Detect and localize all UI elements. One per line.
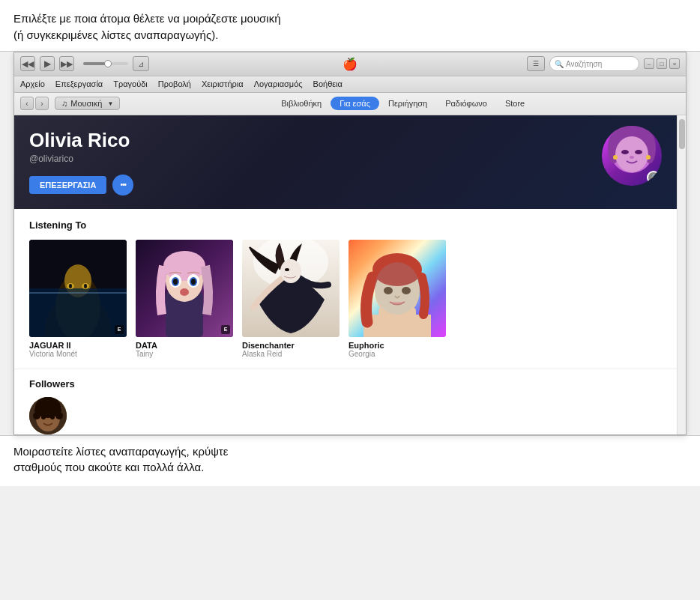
title-bar-controls: ◀◀ ▶ ▶▶ ⊿ [20, 56, 149, 71]
apple-logo: 🍎 [343, 57, 357, 71]
search-box[interactable]: 🔍 Αναζήτηση [549, 56, 639, 71]
menu-item-edit[interactable]: Επεξεργασία [55, 79, 103, 88]
data-art-svg [136, 240, 233, 337]
svg-point-8 [613, 155, 618, 160]
tab-radio[interactable]: Ραδιόφωνο [436, 97, 496, 110]
listening-section-title: Listening To [29, 219, 662, 231]
content-area: Olivia Rico @oliviarico ΕΠΕΞΕΡΓΑΣΙΑ ••• [14, 115, 677, 434]
menu-item-account[interactable]: Λογαριασμός [254, 79, 303, 88]
album-title-jaguar: JAGUAR II [29, 341, 127, 350]
euphoric-art-svg [349, 240, 446, 337]
album-title-euphoric: Euphoric [349, 341, 446, 350]
more-button[interactable]: ••• [112, 175, 133, 196]
svg-point-51 [41, 415, 46, 419]
albums-grid: E JAGUAR II Victoria Monét [29, 240, 662, 358]
album-artist-euphoric: Georgia [349, 350, 446, 358]
maximize-button[interactable]: □ [657, 58, 667, 69]
main-area: Olivia Rico @oliviarico ΕΠΕΞΕΡΓΑΣΙΑ ••• [14, 115, 686, 434]
menu-item-view[interactable]: Προβολή [158, 79, 191, 88]
svg-point-29 [173, 279, 178, 285]
svg-point-52 [50, 415, 55, 419]
album-title-data: DATA [136, 341, 233, 350]
close-button[interactable]: × [669, 58, 680, 69]
svg-point-49 [33, 412, 40, 419]
bottom-instruction: Μοιραστείτε λίστες αναπαραγωγής, κρύψτε … [0, 435, 700, 487]
menu-item-controls[interactable]: Χειριστήρια [202, 79, 244, 88]
tab-store[interactable]: Store [496, 97, 534, 110]
svg-point-35 [285, 268, 289, 271]
svg-point-31 [180, 288, 189, 296]
nav-bar: ‹ › ♫ Μουσική ▼ Βιβλιοθήκη Για εσάς Περι… [14, 93, 686, 115]
disenchanter-art-svg [242, 240, 340, 337]
tab-library[interactable]: Βιβλιοθήκη [272, 97, 331, 110]
edit-button[interactable]: ΕΠΕΞΕΡΓΑΣΙΑ [29, 176, 106, 194]
scrollbar[interactable] [677, 115, 686, 434]
svg-point-24 [163, 251, 205, 281]
source-label: Μουσική [70, 99, 102, 108]
avatar-lock-icon: 🔒 [647, 171, 660, 184]
svg-point-5 [621, 150, 629, 154]
album-item-jaguar[interactable]: E JAGUAR II Victoria Monét [29, 240, 127, 358]
scrollbar-thumb[interactable] [679, 119, 685, 149]
airplay-button[interactable]: ⊿ [133, 56, 149, 71]
profile-header: Olivia Rico @oliviarico ΕΠΕΞΕΡΓΑΣΙΑ ••• [14, 115, 677, 209]
profile-name: Olivia Rico [29, 129, 662, 152]
album-item-data[interactable]: E DATA Tainy [136, 240, 233, 358]
menu-item-archive[interactable]: Αρχείο [20, 79, 45, 88]
title-bar: ◀◀ ▶ ▶▶ ⊿ 🍎 ☰ 🔍 Αναζήτηση – [14, 52, 686, 76]
svg-point-43 [375, 262, 420, 315]
music-note-icon: ♫ [61, 99, 67, 108]
nav-tabs: Βιβλιοθήκη Για εσάς Περιήγηση Ραδιόφωνο … [272, 97, 534, 110]
list-view-button[interactable]: ☰ [527, 56, 545, 71]
profile-handle: @oliviarico [29, 154, 662, 164]
album-item-disenchanter[interactable]: Disenchanter Alaska Reid [242, 240, 340, 358]
svg-point-6 [635, 150, 642, 154]
album-art-data: E [136, 240, 233, 337]
title-bar-right: ☰ 🔍 Αναζήτηση – □ × [527, 56, 680, 71]
svg-rect-19 [29, 292, 127, 294]
svg-point-30 [191, 279, 196, 285]
nav-arrows: ‹ › [20, 97, 49, 110]
follower-memoji-svg [29, 397, 67, 434]
follower-avatar[interactable] [29, 397, 67, 434]
window-controls: – □ × [644, 58, 680, 69]
menu-item-song[interactable]: Τραγούδι [113, 79, 148, 88]
album-art-euphoric [349, 240, 446, 337]
menu-bar: Αρχείο Επεξεργασία Τραγούδι Προβολή Χειρ… [14, 76, 686, 93]
album-artist-disenchanter: Alaska Reid [242, 350, 340, 358]
top-instruction-line1: Επιλέξτε με ποια άτομα θέλετε να μοιράζε… [13, 12, 281, 25]
album-artist-data: Tainy [136, 350, 233, 358]
svg-point-18 [84, 284, 87, 288]
forward-button[interactable]: ▶▶ [59, 56, 74, 71]
svg-point-4 [615, 136, 648, 172]
forward-button-nav[interactable]: › [35, 97, 49, 110]
search-icon: 🔍 [555, 60, 564, 68]
explicit-badge-jaguar: E [115, 325, 124, 334]
play-button[interactable]: ▶ [40, 56, 55, 71]
followers-section: Followers [14, 369, 677, 434]
album-artist-jaguar: Victoria Monét [29, 350, 127, 358]
album-item-euphoric[interactable]: Euphoric Georgia [349, 240, 446, 358]
back-button[interactable]: ‹ [20, 97, 34, 110]
tab-browse[interactable]: Περιήγηση [379, 97, 436, 110]
album-art-jaguar: E [29, 240, 127, 337]
tab-for-you[interactable]: Για εσάς [331, 97, 379, 110]
volume-slider[interactable] [83, 62, 128, 65]
svg-point-50 [55, 412, 63, 419]
top-instruction: Επιλέξτε με ποια άτομα θέλετε να μοιράζε… [0, 0, 700, 52]
svg-point-7 [630, 156, 634, 159]
rewind-button[interactable]: ◀◀ [20, 56, 35, 71]
scrollbar-track [678, 115, 686, 434]
minimize-button[interactable]: – [644, 58, 654, 69]
followers-title: Followers [29, 378, 662, 390]
ellipsis-icon: ••• [121, 181, 127, 189]
source-selector[interactable]: ♫ Μουσική ▼ [55, 97, 120, 110]
album-art-disenchanter [242, 240, 340, 337]
svg-point-17 [69, 284, 72, 288]
bottom-instruction-line1: Μοιραστείτε λίστες αναπαραγωγής, κρύψτε [13, 445, 228, 458]
chevron-down-icon: ▼ [107, 100, 113, 107]
menu-item-help[interactable]: Βοήθεια [313, 79, 343, 88]
svg-point-9 [646, 155, 651, 160]
svg-rect-14 [29, 288, 127, 337]
profile-actions: ΕΠΕΞΕΡΓΑΣΙΑ ••• [29, 175, 662, 196]
